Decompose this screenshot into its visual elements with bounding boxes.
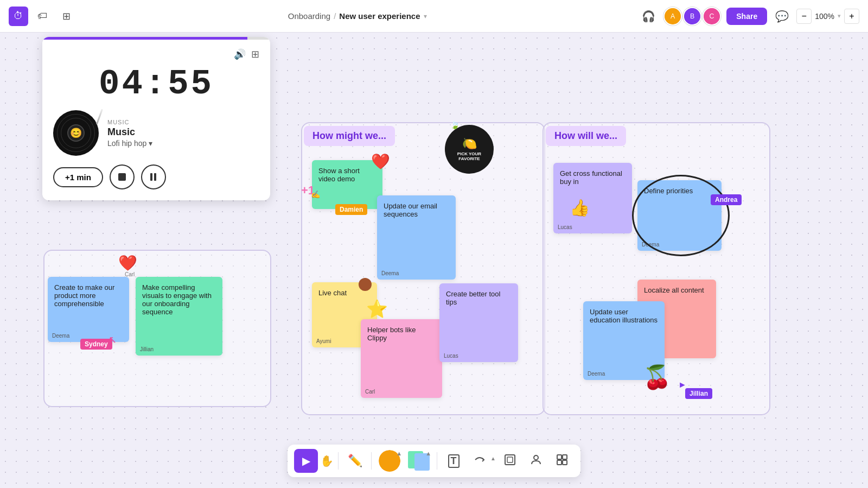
canvas[interactable]: 🔊 ⊞ 04:55 😊 Music Music (0, 33, 868, 488)
pointer-icon: ▶ (302, 454, 310, 467)
vinyl-container: 😊 (53, 110, 99, 156)
vinyl-disc: 😊 (53, 110, 99, 156)
music-genre-selector[interactable]: Lofi hip hop ▾ (107, 139, 259, 148)
sticky-tool-tips[interactable]: Create better tool tips Lucas (439, 283, 518, 362)
pause-icon (150, 173, 156, 181)
sticky-text: Make compelling visuals to engage with o… (142, 283, 212, 316)
timer-fullscreen-button[interactable]: ⊞ (251, 48, 259, 60)
pause-button[interactable] (141, 164, 166, 189)
heart-reaction-left: ❤️ (118, 254, 137, 272)
thumbs-up-reaction: 👍 (570, 198, 590, 217)
sticky-text: Localize all content (644, 286, 704, 294)
music-genre-label: Lofi hip hop (107, 139, 146, 148)
sticky-text: Helper bots like Clippy (367, 326, 416, 342)
how-will-we-label: How will we... (546, 126, 626, 146)
topbar: ⏱ 🏷 ⊞ Onboarding / New user experience ▾… (0, 0, 868, 33)
shape-chevron-icon: ▲ (396, 450, 402, 457)
timer-tool[interactable]: ⏱ (9, 7, 28, 26)
zoom-level[interactable]: 100% (815, 12, 834, 21)
zoom-out-button[interactable]: − (796, 9, 812, 24)
pen-cursor-icon: ✍️ (311, 190, 320, 199)
star-reaction: ⭐ (366, 299, 388, 319)
title-chevron-icon[interactable]: ▾ (424, 12, 427, 20)
sydney-cursor-label: Sydney (80, 339, 112, 350)
bottom-toolbar: ▶ ✋ ✏️ ▲ ▲ T ▲ (288, 445, 580, 477)
sticky-text: Create better tool tips (446, 290, 500, 306)
share-button[interactable]: Share (726, 8, 767, 25)
heart-reaction-video: ❤️ (371, 153, 390, 170)
damien-cursor-label: Damien (335, 204, 367, 215)
shape-tool[interactable]: 🏷 (33, 7, 52, 26)
connector-chevron-icon: ▲ (490, 455, 496, 461)
timer-panel: 🔊 ⊞ 04:55 😊 Music Music (42, 37, 270, 200)
zoom-controls: − 100% ▾ + (796, 9, 859, 24)
sticky-text: Update user education illustrations (590, 308, 658, 324)
stop-icon (118, 173, 126, 181)
vinyl-needle (96, 109, 103, 124)
pointer-tool-button[interactable]: ▶ (294, 449, 318, 473)
carl-label-left: Carl (125, 271, 135, 277)
sticky-author: Lucas (444, 353, 458, 359)
frame-tool-button[interactable] (498, 449, 522, 473)
timer-sound-button[interactable]: 🔊 (234, 48, 246, 60)
text-tool-button[interactable]: T (442, 449, 465, 473)
svg-rect-6 (563, 460, 567, 465)
avatar-1 (663, 7, 682, 26)
andrea-cursor-label: Andrea (711, 194, 742, 205)
music-genre-chevron-icon: ▾ (149, 139, 152, 148)
zoom-in-button[interactable]: + (844, 9, 859, 24)
insert-person-button[interactable] (524, 449, 548, 473)
svg-rect-3 (557, 455, 561, 459)
sticky-text: Live chat (318, 289, 347, 297)
add-minute-button[interactable]: +1 min (53, 167, 103, 187)
svg-rect-0 (505, 455, 515, 465)
svg-point-2 (534, 455, 538, 460)
zoom-chevron-icon[interactable]: ▾ (838, 12, 841, 20)
music-title: Music (107, 126, 259, 138)
avatar-2 (683, 7, 701, 26)
topbar-center: Onboarding / New user experience ▾ (82, 11, 632, 21)
audio-icon[interactable]: 🎧 (639, 7, 658, 26)
sticky-text: Show a short video demo (318, 167, 360, 183)
connector-icon (473, 453, 486, 469)
breadcrumb-separator: / (334, 11, 336, 21)
timer-display: 04:55 (53, 65, 259, 104)
pen-tool-button[interactable]: ✏️ (343, 449, 367, 473)
comment-icon[interactable]: 💬 (773, 7, 791, 26)
sticky-tool[interactable]: ▲ (405, 449, 432, 473)
sticky-video-demo[interactable]: Show a short video demo ❤️ (312, 160, 382, 209)
person-icon (529, 453, 542, 469)
brown-dot-sticker (359, 278, 372, 291)
music-section-label: Music (107, 119, 259, 125)
connector-tool-button[interactable] (468, 449, 492, 473)
topbar-left: ⏱ 🏷 ⊞ (9, 7, 76, 26)
sticky-email-sequences[interactable]: Update our email sequences Deema (377, 195, 456, 280)
breadcrumb-parent[interactable]: Onboarding (288, 11, 330, 21)
more-tools-button[interactable] (550, 449, 574, 473)
music-info: Music Music Lofi hip hop ▾ (107, 119, 259, 148)
stop-button[interactable] (110, 164, 135, 189)
sticky-cross-functional[interactable]: Get cross functional buy in Lucas 👍 (553, 163, 632, 233)
toolbar-sep-2 (371, 452, 372, 470)
sticky-helper-bots[interactable]: Helper bots like Clippy Carl (361, 319, 442, 398)
shape-circle-tool[interactable]: ▲ (376, 449, 403, 473)
frame-icon (503, 453, 516, 469)
sticky-compelling-visuals[interactable]: Make compelling visuals to engage with o… (136, 277, 222, 356)
sticky-text: Update our email sequences (384, 202, 437, 218)
more-icon (556, 453, 569, 469)
hand-tool-icon[interactable]: ✋ (320, 454, 334, 467)
sticky-author: Deema (52, 333, 69, 339)
sticky-create-product[interactable]: Create to make our product more comprehe… (48, 277, 129, 342)
page-title[interactable]: New user experience (339, 11, 420, 21)
timer-controls: +1 min (53, 164, 259, 189)
text-icon: T (448, 454, 459, 468)
topbar-right: 🎧 Share 💬 − 100% ▾ + (639, 7, 859, 26)
how-might-we-label: How might we... (304, 126, 395, 146)
sticky-chevron-icon: ▲ (425, 450, 431, 457)
svg-rect-1 (507, 457, 513, 462)
pick-your-favorite-sticker: 🍋 PICK YOUR FAVORITE 🍃 (445, 125, 494, 174)
sticky-text: Get cross functional buy in (560, 169, 622, 186)
layout-tool[interactable]: ⊞ (56, 7, 76, 26)
sticky-author: Carl (365, 389, 375, 395)
toolbar-sep-3 (437, 452, 437, 470)
